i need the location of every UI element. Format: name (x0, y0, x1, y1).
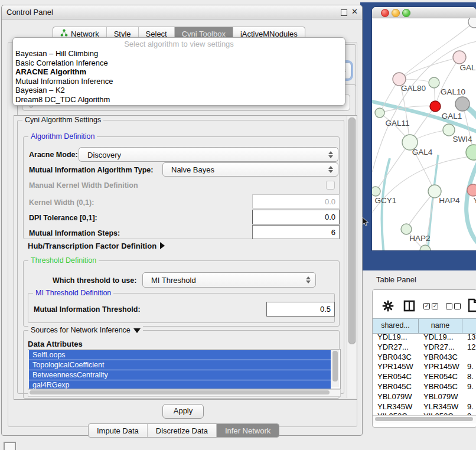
zoom-window-icon[interactable] (402, 9, 410, 17)
table-row[interactable]: YDL19...YDL19...13 (373, 332, 476, 343)
control-panel-title: Control Panel (6, 8, 53, 17)
dropdown-item-mutual-information-inference[interactable]: Mutual Information Inference (14, 77, 344, 86)
node-label-hap2: HAP2 (409, 234, 430, 243)
network-node-gal1[interactable] (443, 124, 455, 136)
unchecked-box-icon (454, 303, 461, 309)
close-panel-icon[interactable]: ✕ (351, 7, 358, 16)
network-node-swi4[interactable] (466, 145, 476, 160)
file-icon[interactable] (467, 298, 476, 312)
network-node-gcy1[interactable] (372, 187, 380, 196)
table-scroll-thumb[interactable] (375, 417, 473, 421)
dropdown-item-dream8-dc-tdc-algorithm[interactable]: Dream8 DC_TDC Algorithm (14, 95, 344, 105)
dropdown-item-aracne-algorithm[interactable]: ARACNE Algorithm (14, 67, 344, 77)
table-cell: YER054C (419, 372, 462, 382)
data-attributes-list[interactable]: SelfLoopsTopologicalCoefficientBetweenne… (28, 349, 341, 389)
attributes-hscroll-thumb[interactable] (30, 390, 330, 394)
checked-box-icon: ✓ (423, 303, 430, 309)
table-body[interactable]: YDL19...YDL19...13YDR27...YDR27...12YBR0… (373, 332, 476, 415)
attribute-item-gal4rgexp[interactable]: gal4RGexp (29, 380, 331, 389)
network-node-gal11[interactable] (375, 108, 384, 118)
attribute-item-topologicalcoefficient[interactable]: TopologicalCoefficient (29, 360, 331, 370)
kernel-width-value: 0.0 (325, 197, 335, 206)
tab-discretize-data[interactable]: Discretize Data (148, 424, 217, 437)
table-row[interactable]: YLR345WYLR345W9. (373, 402, 476, 412)
gear-icon[interactable] (382, 300, 394, 312)
hub-definition-expander[interactable]: Hub/Transcription Factor Definition (28, 242, 165, 250)
network-node-y[interactable] (467, 184, 476, 196)
mi-threshold-definition-title: MI Threshold Definition (33, 289, 113, 297)
column-header-shared-[interactable]: shared... (373, 319, 419, 333)
table-header-row[interactable]: shared...nameA (373, 318, 476, 334)
network-node-gal[interactable] (453, 51, 466, 64)
table-row[interactable]: YBR045CYBR045C9. (373, 382, 476, 392)
attributes-scrollbar-thumb[interactable] (332, 351, 338, 381)
kernel-width-field[interactable]: 0.0 (252, 194, 340, 208)
table-row[interactable]: YER054CYER054C8. (373, 372, 476, 382)
expand-arrow-icon (160, 242, 165, 249)
attribute-item-selfloops[interactable]: SelfLoops (29, 350, 331, 360)
table-cell: YDL19... (373, 332, 419, 343)
manual-kernel-checkbox[interactable] (326, 181, 335, 190)
hide-columns-icon[interactable] (446, 303, 462, 314)
table-cell: 9. (462, 402, 476, 412)
dpi-tolerance-field[interactable]: 0.0 (252, 210, 340, 224)
column-header-name[interactable]: name (419, 319, 462, 333)
network-node[interactable] (430, 101, 441, 112)
which-threshold-combo[interactable]: MI Threshold (142, 272, 316, 288)
tab-label: Impute Data (97, 426, 139, 435)
mi-threshold-field[interactable]: 0.5 (266, 302, 335, 317)
float-panel-icon[interactable] (341, 9, 347, 16)
split-columns-icon[interactable] (403, 300, 415, 312)
table-panel-title: Table Panel (376, 275, 416, 284)
tab-infer-network[interactable]: Infer Network (217, 424, 279, 437)
network-node-hap2[interactable] (401, 224, 412, 234)
table-row[interactable]: YDR27...YDR27...12 (373, 343, 476, 353)
dropdown-item-basic-correlation-inference[interactable]: Basic Correlation Inference (14, 58, 344, 68)
node-label-gal4: GAL4 (412, 148, 433, 156)
settings-scrollbar-thumb[interactable] (348, 118, 356, 344)
network-window-titlebar[interactable] (372, 7, 476, 18)
attributes-hscrollbar[interactable] (28, 389, 341, 397)
table-row[interactable]: YBL079WYBL079W (373, 392, 476, 402)
column-header-a[interactable]: A (462, 319, 476, 333)
network-node[interactable] (455, 97, 470, 111)
algorithm-combo-placeholder: Select algorithm to view settings (13, 40, 345, 48)
table-cell: YDL19... (419, 332, 462, 343)
close-window-icon[interactable] (381, 9, 389, 17)
table-cell: 12 (462, 343, 476, 353)
which-threshold-value: MI Threshold (151, 276, 196, 285)
table-row[interactable]: YPR145WYPR145W9. (373, 362, 476, 372)
table-cell: 13 (462, 332, 476, 343)
collapsed-panel-icon[interactable] (4, 442, 16, 450)
screen: GALGAL80GAL10GAL1GAL11GAL4SWI4GCY1HAP4YH… (0, 0, 476, 450)
kernel-width-label: Kernel Width (0,1): (29, 198, 94, 207)
show-columns-icon[interactable]: ✓✓ (423, 303, 440, 314)
mi-type-combo[interactable]: Naive Bayes (162, 162, 338, 177)
minimize-window-icon[interactable] (392, 9, 400, 17)
algorithm-definition-title: Algorithm Definition (28, 132, 97, 141)
apply-button[interactable]: Apply (162, 404, 204, 419)
network-edge[interactable] (376, 142, 410, 191)
threshold-definition-title: Threshold Definition (28, 256, 99, 265)
settings-scrollbar-track[interactable] (347, 116, 356, 398)
table-cell: 8. (462, 372, 476, 382)
aracne-mode-combo[interactable]: Discovery (79, 147, 338, 162)
which-threshold-label: Which threshold to use: (53, 276, 136, 285)
mouse-cursor-icon (362, 217, 369, 227)
table-cell: YDR27... (419, 343, 462, 353)
dropdown-item-bayesian-hill-climbing[interactable]: Bayesian – Hill Climbing (14, 49, 344, 58)
network-node-gal10[interactable] (429, 77, 439, 88)
tab-impute-data[interactable]: Impute Data (89, 424, 148, 437)
mi-steps-field[interactable]: 6 (252, 225, 340, 239)
table-horizontal-scrollbar[interactable] (373, 415, 476, 423)
control-panel-titlebar: Control Panel ✕ (2, 5, 362, 19)
dropdown-item-bayesian-k2[interactable]: Bayesian – K2 (14, 86, 344, 95)
aracne-mode-label: Aracne Mode: (29, 151, 78, 159)
attribute-item-betweennesscentrality[interactable]: BetweennessCentrality (29, 370, 331, 380)
table-row[interactable]: YBR043CYBR043C (373, 353, 476, 363)
network-canvas[interactable]: GALGAL80GAL10GAL1GAL11GAL4SWI4GCY1HAP4YH… (372, 18, 476, 250)
network-edge[interactable] (399, 57, 459, 79)
node-label-gal10: GAL10 (441, 87, 465, 96)
table-cell: YBR045C (419, 382, 462, 392)
dpi-tolerance-label: DPI Tolerance [0,1]: (29, 214, 97, 222)
